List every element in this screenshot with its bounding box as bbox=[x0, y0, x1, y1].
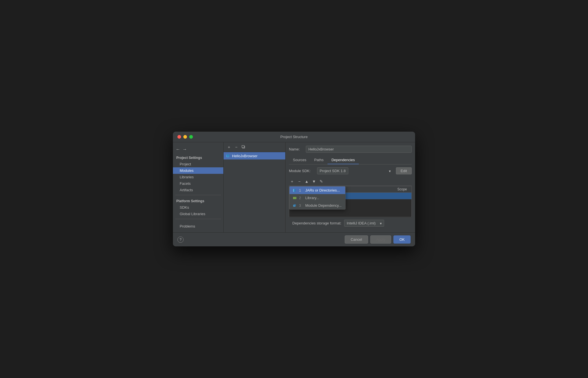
dropdown-item-num-3: 3 bbox=[299, 204, 303, 208]
name-label: Name: bbox=[289, 147, 303, 151]
forward-button[interactable]: → bbox=[182, 147, 188, 152]
storage-label: Dependencies storage format: bbox=[292, 221, 341, 225]
deps-move-up-button[interactable]: ▲ bbox=[304, 178, 310, 184]
nav-divider bbox=[175, 195, 221, 195]
deps-container: Scope _382") bbox=[289, 186, 412, 217]
deps-move-down-button[interactable]: ▼ bbox=[311, 178, 317, 184]
jar-icon bbox=[293, 188, 297, 192]
svg-rect-13 bbox=[293, 197, 294, 199]
nav-divider-2 bbox=[175, 219, 221, 219]
window-body: ← → Project Settings Project Modules Lib… bbox=[173, 142, 415, 232]
dropdown-item-label-3: Module Dependency... bbox=[305, 203, 342, 208]
svg-rect-15 bbox=[295, 197, 295, 199]
footer-buttons: Cancel Apply OK bbox=[345, 235, 411, 244]
storage-select[interactable]: IntelliJ IDEA (.iml) bbox=[344, 220, 384, 227]
sdk-label: Module SDK: bbox=[289, 169, 314, 173]
maximize-button[interactable] bbox=[189, 135, 193, 139]
deps-toolbar: + − ▲ ▼ ✎ bbox=[289, 177, 412, 186]
svg-rect-18 bbox=[294, 204, 296, 206]
sdk-select[interactable]: Project SDK 1.8 bbox=[317, 167, 348, 174]
remove-module-button[interactable]: − bbox=[233, 144, 239, 150]
project-structure-window: Project Structure ← → Project Settings P… bbox=[173, 132, 415, 246]
storage-select-wrap: IntelliJ IDEA (.iml) bbox=[344, 220, 384, 227]
help-button[interactable]: ? bbox=[177, 237, 184, 243]
tab-paths[interactable]: Paths bbox=[310, 156, 328, 164]
tabs-bar: Sources Paths Dependencies bbox=[289, 156, 412, 165]
svg-rect-3 bbox=[227, 154, 230, 157]
name-input[interactable] bbox=[306, 146, 412, 153]
sidebar-item-project[interactable]: Project bbox=[173, 161, 223, 167]
dropdown-item-num-1: 1 bbox=[299, 188, 303, 192]
nav-back-fwd: ← → bbox=[173, 145, 223, 154]
sidebar-item-artifacts[interactable]: Artifacts bbox=[173, 187, 223, 193]
sidebar: ← → Project Settings Project Modules Lib… bbox=[173, 142, 224, 232]
deps-remove-button[interactable]: − bbox=[296, 178, 302, 184]
traffic-lights bbox=[177, 135, 193, 139]
edit-button[interactable]: Edit bbox=[396, 167, 412, 174]
back-button[interactable]: ← bbox=[175, 147, 181, 152]
module-icon bbox=[226, 154, 230, 158]
svg-rect-14 bbox=[294, 197, 295, 199]
module-list: HelloJxBrowser bbox=[224, 152, 285, 232]
deps-add-button[interactable]: + bbox=[289, 178, 295, 184]
sidebar-item-sdks[interactable]: SDKs bbox=[173, 204, 223, 211]
right-panel: Name: Sources Paths Dependencies Module … bbox=[286, 142, 415, 232]
dropdown-item-num-2: 2 bbox=[299, 196, 303, 200]
add-module-button[interactable]: + bbox=[226, 144, 232, 150]
close-button[interactable] bbox=[177, 135, 181, 139]
center-toolbar: + − bbox=[224, 142, 285, 152]
dropdown-item-jars[interactable]: 1 JARs or Directories... bbox=[289, 186, 345, 194]
dropdown-item-library[interactable]: 2 Library... bbox=[289, 194, 345, 202]
module-item[interactable]: HelloJxBrowser bbox=[224, 152, 285, 159]
sidebar-item-global-libraries[interactable]: Global Libraries bbox=[173, 211, 223, 217]
module-name: HelloJxBrowser bbox=[232, 154, 257, 158]
add-dropdown: 1 JARs or Directories... bbox=[289, 186, 346, 210]
sdk-row: Module SDK: Project SDK 1.8 Edit bbox=[289, 167, 412, 174]
name-row: Name: bbox=[289, 146, 412, 153]
sidebar-item-modules[interactable]: Modules bbox=[173, 167, 223, 174]
copy-module-button[interactable] bbox=[240, 144, 247, 150]
platform-settings-header: Platform Settings bbox=[173, 197, 223, 204]
sidebar-item-facets[interactable]: Facets bbox=[173, 180, 223, 187]
sdk-select-wrap: Project SDK 1.8 bbox=[317, 167, 393, 174]
svg-rect-16 bbox=[296, 197, 296, 199]
footer: ? Cancel Apply OK bbox=[173, 232, 415, 246]
ok-button[interactable]: OK bbox=[393, 235, 411, 244]
center-panel: + − bbox=[224, 142, 286, 232]
bottom-bar: Dependencies storage format: IntelliJ ID… bbox=[289, 217, 412, 229]
sidebar-item-libraries[interactable]: Libraries bbox=[173, 174, 223, 180]
dropdown-item-label-2: Library... bbox=[305, 196, 319, 200]
dropdown-item-label-1: JARs or Directories... bbox=[305, 188, 340, 192]
sidebar-item-problems[interactable]: Problems bbox=[173, 223, 223, 230]
dropdown-item-module-dep[interactable]: 3 Module Dependency... bbox=[289, 202, 345, 209]
scope-header: Scope bbox=[397, 187, 409, 191]
minimize-button[interactable] bbox=[183, 135, 187, 139]
svg-rect-1 bbox=[242, 145, 244, 148]
apply-button[interactable]: Apply bbox=[370, 235, 391, 244]
tab-sources[interactable]: Sources bbox=[289, 156, 310, 164]
deps-edit-button[interactable]: ✎ bbox=[318, 178, 324, 184]
cancel-button[interactable]: Cancel bbox=[345, 235, 368, 244]
title-bar: Project Structure bbox=[173, 132, 415, 142]
module-dep-icon bbox=[293, 204, 297, 208]
library-icon bbox=[293, 196, 297, 200]
project-settings-header: Project Settings bbox=[173, 154, 223, 161]
svg-rect-12 bbox=[294, 189, 296, 192]
window-title: Project Structure bbox=[280, 135, 308, 139]
tab-dependencies[interactable]: Dependencies bbox=[328, 156, 359, 164]
deps-area: + − ▲ ▼ ✎ Scope bbox=[289, 177, 412, 229]
